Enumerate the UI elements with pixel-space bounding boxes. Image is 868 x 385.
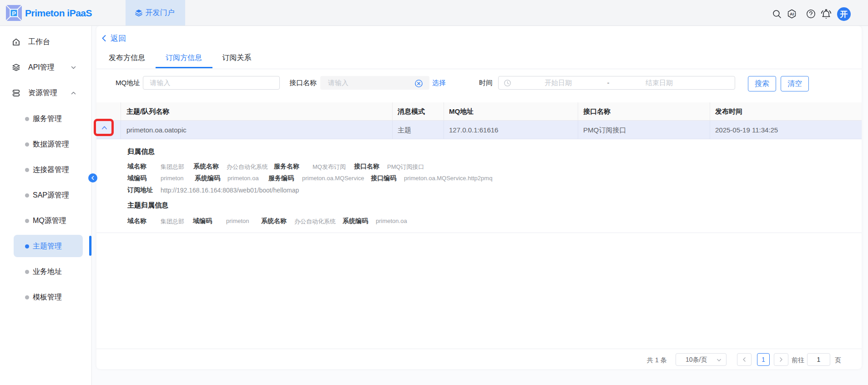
svg-text:P: P [12, 10, 16, 17]
svg-text:AI: AI [790, 12, 794, 16]
